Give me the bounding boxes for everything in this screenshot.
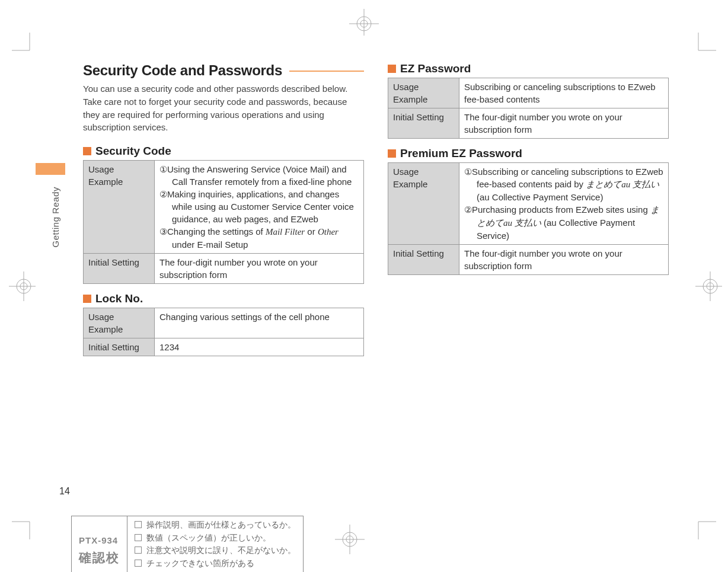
usage-example-value: Subscribing or canceling subscriptions t… xyxy=(459,78,669,108)
registration-mark-icon xyxy=(332,522,368,557)
premium-ez-heading: Premium EZ Password xyxy=(388,147,669,160)
model-number: PTX-934 xyxy=(79,533,120,548)
ez-password-table: Usage Example Subscribing or canceling s… xyxy=(388,78,669,139)
initial-setting-value: The four-digit number you wrote on your … xyxy=(459,245,669,275)
checkbox-icon xyxy=(135,547,142,554)
lock-no-heading: Lock No. xyxy=(83,292,364,305)
proof-check-item: チェックできない箇所がある xyxy=(135,557,296,570)
security-code-table: Usage Example ①Using the Answering Servi… xyxy=(83,160,364,284)
square-bullet-icon xyxy=(388,65,396,73)
proofreading-box: PTX-934 確認校 操作説明、画面が仕様とあっているか。 数値（スペック値）… xyxy=(71,516,304,572)
initial-setting-label: Initial Setting xyxy=(388,245,459,275)
registration-mark-icon xyxy=(6,269,36,304)
intro-text: You can use a security code and other pa… xyxy=(83,82,364,134)
square-bullet-icon xyxy=(83,147,91,155)
registration-mark-icon xyxy=(692,269,722,304)
initial-setting-label: Initial Setting xyxy=(84,338,155,356)
initial-setting-label: Initial Setting xyxy=(388,108,459,139)
ez-password-heading: EZ Password xyxy=(388,62,669,75)
checkbox-icon xyxy=(135,560,142,567)
proof-check-item: 操作説明、画面が仕様とあっているか。 xyxy=(135,519,296,532)
proof-check-item: 注意文や説明文に誤り、不足がないか。 xyxy=(135,544,296,557)
security-code-heading: Security Code xyxy=(83,145,364,158)
usage-example-label: Usage Example xyxy=(388,163,459,245)
proof-check-item: 数値（スペック値）が正しいか。 xyxy=(135,532,296,545)
lock-no-table: Usage Example Changing various settings … xyxy=(83,308,364,356)
page-title: Security Code and Passwords xyxy=(83,62,364,79)
checkbox-icon xyxy=(135,521,142,528)
usage-example-value: ①Subscribing or canceling subscriptions … xyxy=(459,163,669,245)
usage-example-value: ①Using the Answering Service (Voice Mail… xyxy=(155,161,364,254)
registration-mark-icon xyxy=(346,6,382,36)
usage-example-value: Changing various settings of the cell ph… xyxy=(155,308,364,338)
premium-ez-table: Usage Example ①Subscribing or canceling … xyxy=(388,162,669,275)
usage-example-label: Usage Example xyxy=(388,78,459,108)
initial-setting-value: 1234 xyxy=(155,338,364,356)
proof-label: 確認校 xyxy=(79,548,120,568)
checkbox-icon xyxy=(135,534,142,541)
square-bullet-icon xyxy=(388,149,396,158)
initial-setting-label: Initial Setting xyxy=(84,254,155,284)
initial-setting-value: The four-digit number you wrote on your … xyxy=(459,108,669,139)
initial-setting-value: The four-digit number you wrote on your … xyxy=(155,254,364,284)
usage-example-label: Usage Example xyxy=(84,308,155,338)
square-bullet-icon xyxy=(83,295,91,303)
usage-example-label: Usage Example xyxy=(84,161,155,254)
page-number: 14 xyxy=(59,486,70,497)
